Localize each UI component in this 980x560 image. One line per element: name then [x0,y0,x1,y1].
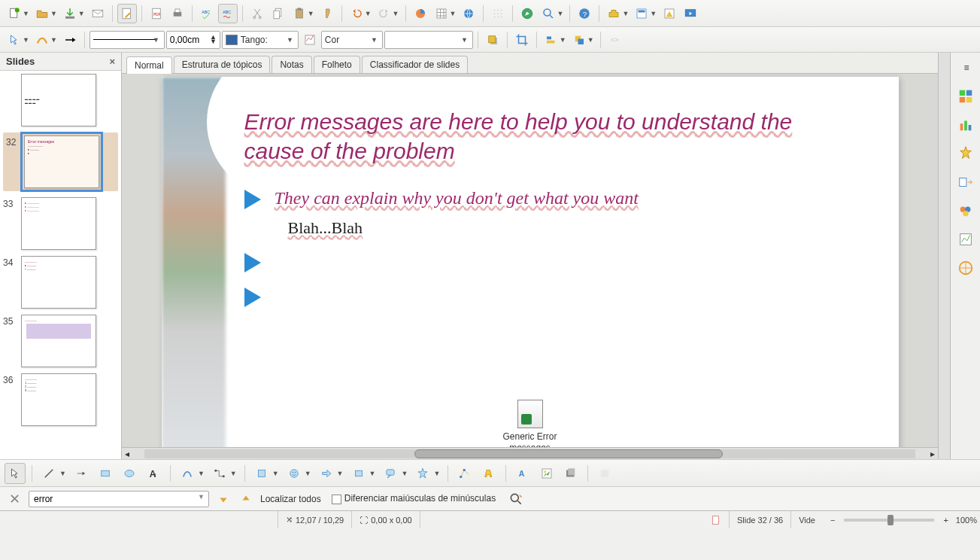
open-icon[interactable] [32,4,52,23]
close-icon[interactable]: × [109,56,115,67]
connector-tool-icon[interactable] [209,463,230,484]
match-case-checkbox[interactable]: Diferenciar maiúsculas de minúsculas [332,493,496,504]
canvas-scroll[interactable]: Error messages are here to help you to u… [122,74,938,447]
insert-av-icon[interactable] [560,463,581,484]
code-icon[interactable]: <> [605,30,625,50]
horizontal-scrollbar[interactable]: ◂▸ [122,447,938,459]
points-edit-icon[interactable] [454,463,475,484]
format-paintbrush-icon[interactable] [317,4,337,23]
line-style-icon[interactable] [32,30,52,50]
flowchart-shapes-icon[interactable] [348,463,369,484]
zoom-icon[interactable] [539,4,558,23]
gallery-icon[interactable] [955,229,976,250]
insert-image-icon[interactable] [536,463,557,484]
ellipse-tool-icon[interactable] [119,463,140,484]
zoom-slider[interactable] [844,519,934,522]
grid-icon[interactable] [488,4,508,23]
sidebar-menu-icon[interactable]: ≡ [956,57,977,78]
redo-icon[interactable] [375,4,394,23]
line-width-input[interactable] [170,35,210,45]
navigator-sidebar-icon[interactable] [955,257,976,278]
slide-layout-icon[interactable] [632,4,651,23]
slide-canvas[interactable]: Error messages are here to help you to u… [162,77,899,447]
dropdown-arrow-icon[interactable]: ▼ [59,470,66,477]
find-prev-icon[interactable] [238,491,254,507]
slides-list[interactable]: ▬ ▬ ▬ ▬▬ ▬ ▬ 32 Error messages—————▸ ———… [0,71,121,459]
bullet-item[interactable] [244,251,854,272]
presentation-icon[interactable] [681,4,700,23]
dropdown-arrow-icon[interactable]: ▼ [272,470,279,477]
zoom-value[interactable]: 100% [956,516,977,525]
select-tool-icon[interactable] [5,463,26,484]
fontwork-icon[interactable]: A [512,463,533,484]
print-icon[interactable] [168,4,187,23]
find-options-icon[interactable] [508,491,524,507]
dropdown-arrow-icon[interactable]: ▼ [450,10,457,17]
dropdown-arrow-icon[interactable]: ▼ [305,470,311,477]
bullet-subtext[interactable]: Blah...Blah [288,218,854,238]
tab-sorter[interactable]: Classificador de slides [362,56,468,73]
bullet-item[interactable] [244,286,854,307]
status-master[interactable]: Vide [791,511,823,528]
dropdown-arrow-icon[interactable]: ▼ [308,10,314,17]
shadow-icon[interactable] [483,30,502,50]
find-next-icon[interactable] [215,491,232,507]
slide-transition-icon[interactable] [955,172,976,193]
bullet-item[interactable]: They can explain why you don't get what … [244,188,854,209]
crop-icon[interactable] [512,30,532,50]
arrow-tool-icon[interactable] [5,30,24,50]
export-pdf-icon[interactable]: PDF [147,4,166,23]
dropdown-arrow-icon[interactable]: ▼ [622,10,629,17]
master-slides-icon[interactable] [955,114,976,135]
status-slide-number[interactable]: Slide 32 / 36 [730,511,791,528]
find-all-button[interactable]: Localizar todos [260,494,321,504]
dropdown-arrow-icon[interactable]: ▼ [650,10,657,17]
slide-thumb-row[interactable]: 34 ————▸ ———• ——— [3,256,118,309]
slide-design-icon[interactable] [660,4,679,23]
line-color-select[interactable]: Tango:▼ [222,31,299,49]
email-icon[interactable] [88,4,108,23]
curve-tool-icon[interactable] [177,463,198,484]
tab-handout[interactable]: Folheto [314,56,360,73]
align-icon[interactable] [542,30,561,50]
properties-icon[interactable] [955,86,976,107]
line-width-field[interactable]: ▲▼ [166,31,220,49]
dropdown-arrow-icon[interactable]: ▼ [23,36,29,44]
slide-thumbnail[interactable]: Error messages—————▸ ———▸ [24,135,99,188]
dropdown-arrow-icon[interactable]: ▼ [230,470,237,477]
cut-icon[interactable] [247,4,267,23]
paste-icon[interactable] [290,4,309,23]
zoom-out-icon[interactable]: − [830,516,835,525]
auto-spellcheck-icon[interactable]: ABC [218,4,238,23]
extension-icon[interactable] [604,4,623,23]
slide-thumb-row[interactable]: 36 ————1 ———2 ———3 ——— [3,373,118,426]
slide-thumbnail[interactable]: ▬ ▬ ▬ ▬▬ ▬ ▬ [21,74,96,126]
edit-icon[interactable] [117,4,137,23]
zoom-in-icon[interactable]: + [943,516,948,525]
status-signature[interactable] [703,511,730,528]
slide-thumbnail[interactable]: ▸ ————▸ ————▸ ———— [21,197,96,250]
dropdown-arrow-icon[interactable]: ▼ [337,470,344,477]
dropdown-arrow-icon[interactable]: ▼ [365,10,372,17]
arrow-ends-icon[interactable] [60,30,80,50]
arrange-icon[interactable] [569,30,589,50]
dropdown-arrow-icon[interactable]: ▼ [50,10,57,17]
navigator-icon[interactable] [517,4,537,23]
save-icon[interactable] [60,4,80,23]
text-tool-icon[interactable]: AI [143,463,164,484]
slide-thumbnail[interactable]: ————1 ———2 ———3 ——— [21,373,96,426]
new-document-icon[interactable] [5,4,24,23]
symbol-shapes-icon[interactable] [284,463,305,484]
zoom-controls[interactable]: − + 100% [823,511,980,528]
custom-animation-icon[interactable] [955,143,976,164]
block-arrows-icon[interactable] [316,463,337,484]
basic-shapes-icon[interactable] [251,463,272,484]
embedded-object[interactable]: Generic Error messages [502,400,557,447]
slide-thumbnail[interactable]: ————▸ ———• ——— [21,256,96,309]
line-style-select[interactable]: ▼ [90,31,165,49]
copy-icon[interactable] [269,4,288,23]
undo-icon[interactable] [347,4,366,23]
find-input[interactable] [29,491,209,507]
styles-icon[interactable] [955,200,976,221]
dropdown-arrow-icon[interactable]: ▼ [401,470,408,477]
